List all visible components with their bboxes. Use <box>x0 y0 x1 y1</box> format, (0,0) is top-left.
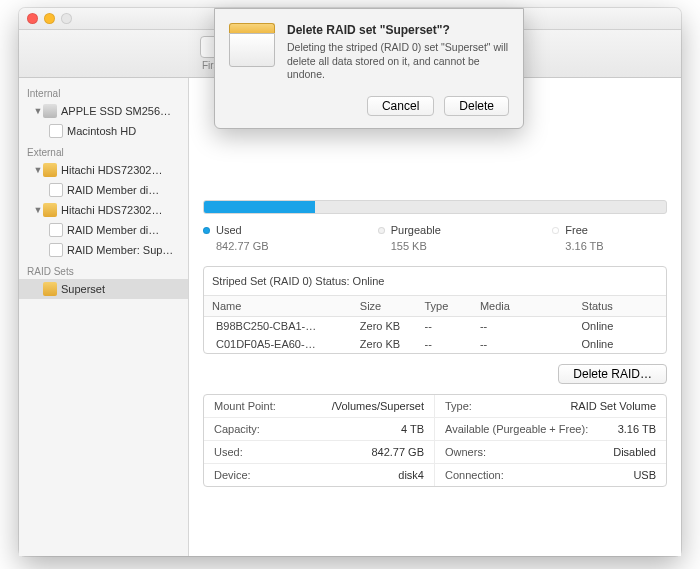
info-row: Connection:USB <box>435 464 666 486</box>
info-row: Type:RAID Set Volume <box>435 395 666 418</box>
ssd-icon <box>43 104 57 118</box>
cell: -- <box>472 317 574 336</box>
dialog-title: Delete RAID set "Superset"? <box>287 23 509 37</box>
sidebar-label: APPLE SSD SM256… <box>61 105 171 117</box>
cell: Online <box>574 335 666 353</box>
raid-icon <box>43 282 57 296</box>
sidebar-label: RAID Member di… <box>67 224 159 236</box>
disk-utility-window: Disk Utility First Aid Partition Erase R… <box>19 8 681 556</box>
dot-icon <box>552 227 559 234</box>
legend-value: 155 KB <box>391 240 493 252</box>
legend-label: Purgeable <box>391 224 441 236</box>
cell: Zero KB <box>352 335 417 353</box>
dialog-message: Deleting the striped (RAID 0) set "Super… <box>287 41 509 82</box>
info-row: Used:842.77 GB <box>204 441 435 464</box>
delete-raid-button[interactable]: Delete RAID… <box>558 364 667 384</box>
info-row: Mount Point:/Volumes/Superset <box>204 395 435 418</box>
cell: B98BC250-CBA1-… <box>216 320 316 332</box>
dot-icon <box>203 227 210 234</box>
table-row[interactable]: B98BC250-CBA1-…Zero KB----Online <box>204 317 666 336</box>
volume-icon <box>49 223 63 237</box>
sidebar-label: Hitachi HDS72302… <box>61 164 163 176</box>
cancel-button[interactable]: Cancel <box>367 96 434 116</box>
delete-button[interactable]: Delete <box>444 96 509 116</box>
raid-status-header: Striped Set (RAID 0) Status: Online <box>204 267 666 295</box>
cell: -- <box>417 317 472 336</box>
sidebar-disk-external[interactable]: ▼Hitachi HDS72302… <box>19 200 188 220</box>
raid-members-panel: Striped Set (RAID 0) Status: Online Name… <box>203 266 667 354</box>
legend-free: Free 3.16 TB <box>552 224 667 252</box>
dot-icon <box>378 227 385 234</box>
col-size[interactable]: Size <box>352 296 417 317</box>
cell: -- <box>472 335 574 353</box>
chevron-down-icon[interactable]: ▼ <box>33 205 43 215</box>
raid-members-table: Name Size Type Media Status B98BC250-CBA… <box>204 295 666 353</box>
sidebar-disk-internal[interactable]: ▼APPLE SSD SM256… <box>19 101 188 121</box>
info-row: Available (Purgeable + Free):3.16 TB <box>435 418 666 441</box>
section-raid: RAID Sets <box>19 260 188 279</box>
chevron-down-icon[interactable]: ▼ <box>33 165 43 175</box>
info-row: Owners:Disabled <box>435 441 666 464</box>
volume-icon <box>49 243 63 257</box>
sidebar-volume[interactable]: RAID Member di… <box>19 220 188 240</box>
usage-bar-used <box>204 201 315 213</box>
cell: Zero KB <box>352 317 417 336</box>
sidebar-label: Hitachi HDS72302… <box>61 204 163 216</box>
legend-label: Free <box>565 224 588 236</box>
chevron-down-icon[interactable]: ▼ <box>33 106 43 116</box>
volume-icon <box>49 183 63 197</box>
sidebar-raid-superset[interactable]: Superset <box>19 279 188 299</box>
volume-icon <box>49 124 63 138</box>
info-panel: Mount Point:/Volumes/Superset Capacity:4… <box>203 394 667 487</box>
section-internal: Internal <box>19 82 188 101</box>
section-external: External <box>19 141 188 160</box>
sidebar-label: Macintosh HD <box>67 125 136 137</box>
legend-label: Used <box>216 224 242 236</box>
sidebar-volume[interactable]: Macintosh HD <box>19 121 188 141</box>
legend-value: 842.77 GB <box>216 240 318 252</box>
cell: -- <box>417 335 472 353</box>
sidebar-disk-external[interactable]: ▼Hitachi HDS72302… <box>19 160 188 180</box>
cell: Online <box>574 317 666 336</box>
delete-raid-dialog: Delete RAID set "Superset"? Deleting the… <box>214 8 524 129</box>
col-media[interactable]: Media <box>472 296 574 317</box>
usage-bar <box>203 200 667 214</box>
legend-used: Used 842.77 GB <box>203 224 318 252</box>
usage-legend: Used 842.77 GB Purgeable 155 KB Free 3.1… <box>203 224 667 252</box>
sidebar-label: RAID Member: Sup… <box>67 244 173 256</box>
external-disk-icon <box>43 163 57 177</box>
legend-value: 3.16 TB <box>565 240 667 252</box>
sidebar-label: RAID Member di… <box>67 184 159 196</box>
table-row[interactable]: C01DF0A5-EA60-…Zero KB----Online <box>204 335 666 353</box>
sidebar: Internal ▼APPLE SSD SM256… Macintosh HD … <box>19 78 189 556</box>
sidebar-volume[interactable]: RAID Member: Sup… <box>19 240 188 260</box>
sidebar-volume[interactable]: RAID Member di… <box>19 180 188 200</box>
cell: C01DF0A5-EA60-… <box>216 338 316 350</box>
col-type[interactable]: Type <box>417 296 472 317</box>
info-row: Capacity:4 TB <box>204 418 435 441</box>
col-name[interactable]: Name <box>204 296 352 317</box>
main-content: Used 842.77 GB Purgeable 155 KB Free 3.1… <box>189 78 681 556</box>
external-disk-icon <box>43 203 57 217</box>
info-row: Device:disk4 <box>204 464 435 486</box>
col-status[interactable]: Status <box>574 296 666 317</box>
disk-volume-icon <box>229 23 275 69</box>
legend-purgeable: Purgeable 155 KB <box>378 224 493 252</box>
sidebar-label: Superset <box>61 283 105 295</box>
